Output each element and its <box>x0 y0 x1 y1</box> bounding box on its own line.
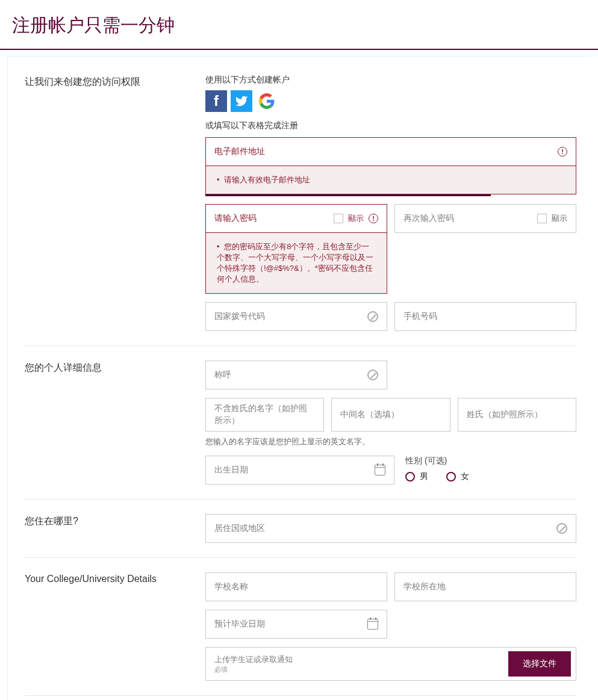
radio-icon <box>405 472 415 482</box>
section-access-label: 让我们来创建您的访问权限 <box>25 75 205 88</box>
confirm-placeholder: 再次输入密码 <box>403 213 454 224</box>
email-error-text: 请输入有效电子邮件地址 <box>217 175 565 185</box>
email-error-box: 请输入有效电子邮件地址 <box>205 166 576 194</box>
ban-icon <box>367 370 378 380</box>
password-placeholder: 请输入密码 <box>214 213 257 224</box>
show-confirm-checkbox[interactable] <box>537 214 547 223</box>
create-with-hint: 使用以下方式创建帐户 <box>205 75 576 85</box>
google-login-button[interactable] <box>256 90 278 112</box>
calendar-icon <box>367 619 378 630</box>
first-name-input[interactable]: 不含姓氏的名字（如护照所示） <box>205 398 324 432</box>
country-select[interactable]: 居住国或地区 <box>205 514 576 543</box>
section-college-label: Your College/University Details <box>25 572 205 584</box>
mobile-placeholder: 手机号码 <box>403 311 437 322</box>
section-college: Your College/University Details 学校名称 学校所… <box>25 557 576 695</box>
upload-required: 必填 <box>214 665 293 674</box>
password-error-text: 您的密码应至少有8个字符，且包含至少一个数字、一个大写字母、一个小写字母以及一个… <box>217 241 376 285</box>
calendar-icon <box>375 465 385 475</box>
title-placeholder: 称呼 <box>214 370 231 380</box>
password-input[interactable]: 请输入密码 顯示 ! <box>205 204 387 233</box>
upload-label: 上传学生证或录取通知 <box>214 654 293 665</box>
ban-icon <box>367 311 378 322</box>
twitter-login-button[interactable] <box>231 90 252 112</box>
female-label: 女 <box>461 471 469 482</box>
dial-code-select[interactable]: 国家拨号代码 <box>205 302 387 331</box>
email-input[interactable]: 电子邮件地址 ! <box>205 137 576 166</box>
section-personal-label: 您的个人详细信息 <box>25 361 205 374</box>
section-residence-label: 您住在哪里? <box>25 514 205 528</box>
gender-female-radio[interactable]: 女 <box>446 471 469 482</box>
section-personal: 您的个人详细信息 称呼 不含姓氏的名字（如护照所示） 中间名（选填） 姓氏（如护… <box>25 345 576 499</box>
email-placeholder: 电子邮件地址 <box>214 146 265 157</box>
gender-male-radio[interactable]: 男 <box>405 471 428 482</box>
twitter-icon <box>235 94 248 108</box>
title-select[interactable]: 称呼 <box>205 361 387 389</box>
show-password-checkbox[interactable] <box>334 214 343 223</box>
middle-name-input[interactable]: 中间名（选填） <box>331 398 450 432</box>
school-location-input[interactable]: 学校所在地 <box>394 572 576 601</box>
section-access: 让我们来创建您的访问权限 使用以下方式创建帐户 f 或填写以下表格完成注册 电子… <box>25 69 576 345</box>
section-promo: 注册优惠码 促销代码（选填） <box>25 695 576 700</box>
school-name-input[interactable]: 学校名称 <box>205 572 387 601</box>
gender-group: 性别 (可选) 男 女 <box>402 456 576 485</box>
page-title: 注册帐户只需一分钟 <box>0 0 598 50</box>
dob-input[interactable]: 出生日期 <box>205 456 394 485</box>
show-confirm-label: 顯示 <box>552 213 567 224</box>
section-residence: 您住在哪里? 居住国或地区 <box>25 499 576 557</box>
graduation-placeholder: 预计毕业日期 <box>214 619 265 630</box>
country-placeholder: 居住国或地区 <box>214 523 265 534</box>
male-label: 男 <box>420 471 428 482</box>
facebook-login-button[interactable]: f <box>205 90 227 112</box>
facebook-icon: f <box>214 93 219 110</box>
ban-icon <box>556 523 567 534</box>
last-name-placeholder: 姓氏（如护照所示） <box>467 409 543 420</box>
last-name-input[interactable]: 姓氏（如护照所示） <box>458 398 576 432</box>
mobile-input[interactable]: 手机号码 <box>394 302 576 331</box>
middle-name-placeholder: 中间名（选填） <box>340 409 399 420</box>
upload-field: 上传学生证或录取通知 必填 选择文件 <box>205 647 576 681</box>
warning-icon: ! <box>369 214 378 223</box>
name-hint: 您输入的名字应该是您护照上显示的英文名字。 <box>205 436 576 447</box>
first-name-placeholder: 不含姓氏的名字（如护照所示） <box>214 403 315 426</box>
show-password-label: 顯示 <box>348 213 364 224</box>
gender-label: 性别 (可选) <box>405 456 576 466</box>
school-name-placeholder: 学校名称 <box>214 581 248 592</box>
warning-icon: ! <box>558 147 567 156</box>
radio-icon <box>446 472 456 482</box>
choose-file-button[interactable]: 选择文件 <box>508 651 571 677</box>
dob-placeholder: 出生日期 <box>214 465 248 475</box>
or-fill-hint: 或填写以下表格完成注册 <box>205 120 576 131</box>
password-error-box: 您的密码应至少有8个字符，且包含至少一个数字、一个大写字母、一个小写字母以及一个… <box>205 233 387 294</box>
school-location-placeholder: 学校所在地 <box>403 581 446 592</box>
registration-form: 让我们来创建您的访问权限 使用以下方式创建帐户 f 或填写以下表格完成注册 电子… <box>7 56 591 700</box>
confirm-password-input[interactable]: 再次输入密码 顯示 <box>394 204 576 233</box>
graduation-date-input[interactable]: 预计毕业日期 <box>205 610 387 639</box>
error-divider <box>205 194 491 196</box>
google-icon <box>259 93 275 109</box>
dial-placeholder: 国家拨号代码 <box>214 311 265 322</box>
